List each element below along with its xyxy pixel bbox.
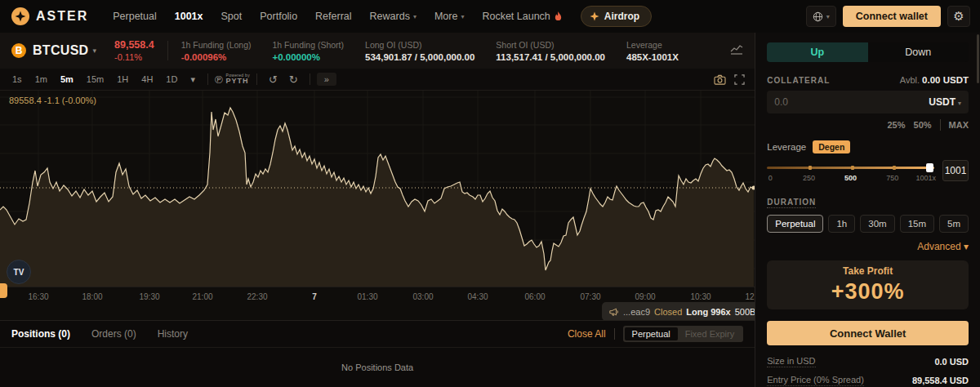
nav-rewards[interactable]: Rewards▾ [370, 11, 416, 22]
aster-logo-icon [11, 7, 29, 25]
x-axis-label: 12:00 [745, 292, 755, 301]
airdrop-button[interactable]: Airdrop [581, 6, 652, 27]
tab-history[interactable]: History [158, 328, 188, 340]
stat-funding-long: 1h Funding (Long) -0.00096% [181, 40, 252, 62]
toolbar-expand-button[interactable]: » [317, 73, 336, 86]
timeframe-5m[interactable]: 5m [55, 72, 79, 87]
duration-1h[interactable]: 1h [828, 215, 855, 233]
toast-pair: 500BTCUSD [735, 307, 755, 317]
divider [256, 73, 257, 85]
timeframe-1m[interactable]: 1m [29, 72, 53, 87]
chart-plot[interactable] [0, 91, 755, 287]
nav-spot[interactable]: Spot [221, 11, 243, 22]
close-all-button[interactable]: Close All [568, 328, 606, 340]
percent-max-button[interactable]: MAX [949, 120, 969, 130]
x-axis-label: 7 [312, 292, 317, 301]
toast-side: Long 996x [686, 307, 730, 317]
chevron-down-icon: ▾ [826, 13, 830, 20]
nav-1001x[interactable]: 1001x [175, 11, 203, 22]
divider [310, 73, 310, 85]
currency-selector[interactable]: USDT▾ [929, 96, 961, 108]
redo-button[interactable]: ↻ [284, 72, 303, 87]
x-axis-label: 10:30 [690, 292, 710, 301]
nav-perpetual[interactable]: Perpetual [113, 11, 157, 22]
take-profit-value: +300% [831, 279, 905, 305]
stat-long-oi: Long OI (USD) 534,901.87 / 5,000,000.00 [365, 40, 474, 62]
leverage-label: Leverage [767, 142, 806, 152]
scrollbar[interactable] [977, 34, 979, 83]
duration-label: DURATION [767, 198, 816, 208]
tradingview-logo[interactable]: TV [7, 260, 31, 284]
x-axis-label: 06:00 [524, 292, 545, 301]
undo-button[interactable]: ↺ [264, 72, 283, 87]
tab-positions[interactable]: Positions (0) [11, 328, 70, 340]
fullscreen-icon[interactable] [734, 74, 745, 85]
stat-leverage: Leverage 485X-1001X [626, 40, 679, 62]
duration-15m[interactable]: 15m [900, 215, 934, 233]
trade-notification-toast[interactable]: ...eac9 Closed Long 996x 500BTCUSD (-67.… [602, 302, 755, 320]
divider [207, 73, 208, 85]
nav-portfolio[interactable]: Portfolio [260, 11, 297, 22]
tab-orders[interactable]: Orders (0) [91, 328, 136, 340]
percent-50-button[interactable]: 50% [914, 120, 932, 130]
symbol-selector[interactable]: BTCUSD [33, 43, 88, 58]
leverage-value-box[interactable]: 1001 [942, 160, 969, 181]
price-block: 89,558.4 -0.11% [114, 39, 154, 62]
timeframe-4h[interactable]: 4H [136, 72, 158, 87]
degen-badge[interactable]: Degen [813, 140, 850, 153]
stat-short-oi: Short OI (USD) 113,517.41 / 5,000,000.00 [496, 40, 605, 62]
toast-status: Closed [654, 307, 682, 317]
positions-panel: Positions (0) Orders (0) History Close A… [0, 320, 755, 387]
chart-side-tab[interactable] [0, 283, 7, 298]
up-tab[interactable]: Up [767, 42, 867, 62]
timeframe-1d[interactable]: 1D [160, 72, 183, 87]
price-change: -0.11% [114, 52, 154, 62]
nav-rocket-launch[interactable]: Rocket Launch [482, 11, 562, 22]
duration-30m[interactable]: 30m [860, 215, 894, 233]
pyth-attribution[interactable]: ℗ Powered byPYTH [215, 73, 250, 86]
amount-input[interactable] [774, 96, 848, 108]
connect-wallet-cta[interactable]: Connect Wallet [767, 321, 969, 345]
gear-icon: ⚙ [953, 9, 964, 24]
percent-25-button[interactable]: 25% [887, 120, 905, 130]
timeframe-15m[interactable]: 15m [81, 72, 109, 87]
top-nav: ASTER Perpetual 1001x Spot Portfolio Ref… [0, 0, 980, 33]
last-price: 89,558.4 [114, 39, 154, 51]
timeframe-1s[interactable]: 1s [7, 72, 28, 87]
price-chart[interactable]: 89558.4 -1.1 (-0.00%) 89558.4 90200.0900… [0, 91, 755, 320]
chevron-down-icon: ▾ [461, 13, 464, 20]
brand-name: ASTER [36, 9, 88, 24]
connect-wallet-button[interactable]: Connect wallet [843, 6, 941, 27]
x-axis-label: 19:30 [139, 292, 159, 301]
advanced-toggle[interactable]: Advanced ▾ [767, 241, 969, 252]
nav-referral[interactable]: Referral [315, 11, 351, 22]
x-axis-label: 21:00 [192, 292, 212, 301]
chart-stats-icon[interactable] [730, 43, 743, 58]
leverage-slider[interactable]: 0 250 500 750 1001x [767, 160, 934, 184]
camera-icon[interactable] [714, 74, 726, 85]
globe-icon [813, 11, 823, 22]
timeframe-1h[interactable]: 1H [111, 72, 134, 87]
mode-perpetual[interactable]: Perpetual [625, 327, 678, 340]
chevron-down-icon: ▾ [958, 100, 961, 107]
x-axis-label: 07:30 [580, 292, 600, 301]
language-selector[interactable]: ▾ [806, 6, 836, 27]
order-panel: Up Down COLLATERAL Avbl. 0.00 USDT USDT▾… [755, 33, 980, 387]
x-axis-label: 16:30 [28, 292, 48, 301]
divider [614, 328, 615, 340]
x-axis-label: 03:00 [412, 292, 433, 301]
pyth-icon: ℗ [215, 73, 223, 86]
duration-perpetual[interactable]: Perpetual [767, 215, 823, 233]
timeframe-dropdown[interactable]: ▾ [185, 72, 201, 87]
down-tab[interactable]: Down [868, 42, 969, 62]
megaphone-icon [609, 307, 619, 317]
nav-more[interactable]: More▾ [434, 11, 465, 22]
mode-fixed-expiry[interactable]: Fixed Expiry [678, 327, 742, 340]
slider-handle[interactable] [926, 163, 933, 172]
divider [167, 41, 168, 60]
toast-address: ...eac9 [623, 307, 650, 317]
settings-button[interactable]: ⚙ [947, 6, 970, 27]
aster-logo[interactable]: ASTER [11, 7, 88, 25]
collateral-label: COLLATERAL [767, 76, 830, 85]
duration-5m[interactable]: 5m [939, 215, 969, 233]
